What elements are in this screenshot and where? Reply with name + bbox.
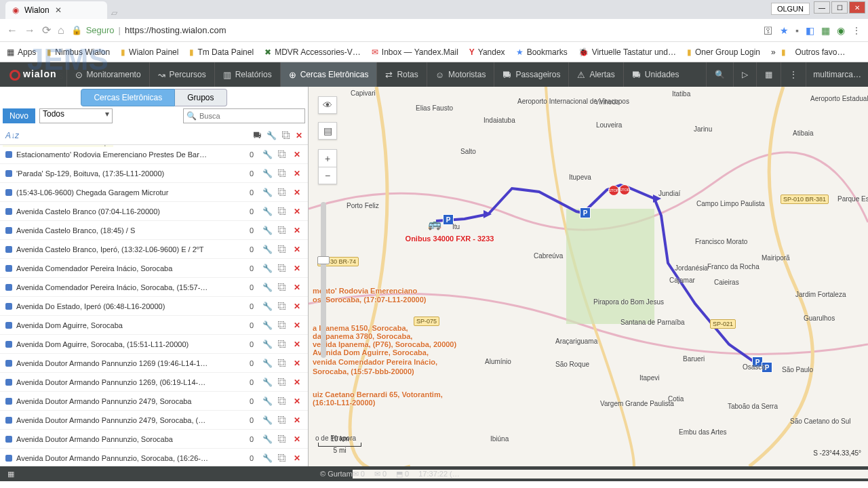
wrench-icon[interactable]: 🔧: [262, 378, 273, 387]
delete-icon[interactable]: ✕: [292, 340, 302, 349]
layers-button[interactable]: ▤: [318, 122, 337, 140]
delete-icon[interactable]: ✕: [292, 169, 302, 178]
delete-icon[interactable]: ✕: [292, 188, 302, 197]
filter-select[interactable]: Todos▾: [39, 108, 113, 123]
delete-icon[interactable]: ✕: [292, 396, 302, 406]
list-item[interactable]: Avenida Doutor Armando Pannunzio, Soroca…: [0, 449, 308, 466]
bookmark-item[interactable]: ▮Oner Group Login: [687, 47, 760, 57]
stat-badge[interactable]: ⬒ 0: [396, 470, 409, 479]
copy-icon[interactable]: ⿻: [277, 264, 288, 273]
nav-user[interactable]: multimarca…: [806, 62, 868, 87]
search-input[interactable]: 🔍: [183, 108, 305, 123]
ext-icon[interactable]: ▪: [795, 25, 799, 36]
wrench-icon[interactable]: 🔧: [262, 169, 273, 178]
close-icon[interactable]: ✕: [55, 5, 62, 15]
vehicle-icon[interactable]: ⛟: [253, 131, 261, 140]
copy-icon[interactable]: ⿻: [277, 396, 288, 406]
bookmark-item[interactable]: ▮Nimbus Wialon: [47, 47, 110, 57]
maximize-button[interactable]: ☐: [831, 1, 848, 14]
ext-icon[interactable]: ◉: [837, 25, 845, 36]
copy-icon[interactable]: ⿻: [277, 321, 288, 330]
wrench-icon[interactable]: 🔧: [262, 150, 273, 159]
zoom-in-button[interactable]: +: [318, 149, 337, 167]
delete-icon[interactable]: ✕: [292, 264, 302, 273]
list-item[interactable]: Avenida Doutor Armando Pannunzio 2479, S…: [0, 392, 308, 411]
bookmark-item[interactable]: ✉Inbox — Yandex.Mail: [372, 47, 458, 57]
list-item[interactable]: Avenida Doutor Armando Pannunzio, Soroca…: [0, 430, 308, 449]
key-icon[interactable]: ⚿: [764, 25, 773, 36]
copy-icon[interactable]: ⿻: [277, 150, 288, 159]
bookmarks-overflow[interactable]: » ▮ Outros favo…: [771, 47, 845, 57]
menu-icon[interactable]: ⋮: [852, 25, 861, 36]
wrench-icon[interactable]: 🔧: [262, 226, 273, 235]
wrench-icon[interactable]: 🔧: [262, 359, 273, 368]
tab-geofences[interactable]: Cercas Eletrônicas: [81, 89, 175, 106]
bookmark-item[interactable]: ✖MDVR Accessories-V…: [264, 47, 361, 57]
wrench-icon[interactable]: 🔧: [262, 264, 273, 273]
copy-icon[interactable]: ⿻: [277, 283, 288, 292]
bookmark-star-icon[interactable]: ★: [780, 25, 789, 36]
nav-tool-icon[interactable]: ▷: [733, 62, 756, 87]
stop-marker[interactable]: STOP: [608, 185, 619, 196]
parking-marker[interactable]: P: [580, 207, 591, 218]
list-item[interactable]: Avenida Dom Aguirre, Sorocaba, (15:51-L1…: [0, 335, 308, 354]
delete-icon[interactable]: ✕: [292, 415, 302, 425]
wrench-icon[interactable]: 🔧: [262, 302, 273, 311]
delete-icon[interactable]: ✕: [292, 302, 302, 311]
copy-icon[interactable]: ⿻: [277, 188, 288, 197]
nav-item[interactable]: ↝Percursos: [149, 62, 214, 87]
delete-icon[interactable]: ✕: [292, 321, 302, 330]
wrench-icon[interactable]: 🔧: [262, 283, 273, 292]
list-item[interactable]: Avenida Comendador Pereira Inácio, Soroc…: [0, 278, 308, 297]
url-field[interactable]: 🔒 Seguro | https://hosting.wialon.com: [71, 25, 757, 35]
copy-icon[interactable]: ⿻: [277, 359, 288, 368]
nav-item[interactable]: ⊕Cercas Eletrônicas: [280, 62, 377, 87]
wrench-icon[interactable]: 🔧: [267, 131, 277, 140]
ext-icon[interactable]: ◧: [806, 25, 814, 36]
delete-icon[interactable]: ✕: [296, 131, 302, 140]
wrench-icon[interactable]: 🔧: [262, 434, 273, 444]
nav-tool-icon[interactable]: 🔍: [706, 62, 733, 87]
wrench-icon[interactable]: 🔧: [262, 207, 273, 216]
delete-icon[interactable]: ✕: [292, 207, 302, 216]
nav-item[interactable]: ⛟Unidades: [623, 62, 688, 87]
bookmark-item[interactable]: ▮Wialon Painel: [121, 47, 178, 57]
list-item[interactable]: (15:43-L06-9600) Chegada Garagem Microtu…: [0, 183, 308, 202]
wrench-icon[interactable]: 🔧: [262, 453, 273, 463]
nav-item[interactable]: ▥Relatórios: [214, 62, 280, 87]
copy-icon[interactable]: ⿻: [282, 131, 290, 140]
wrench-icon[interactable]: 🔧: [262, 396, 273, 406]
nav-item[interactable]: ☺Motoristas: [427, 62, 494, 87]
grid-icon[interactable]: ▦: [0, 470, 22, 479]
nav-item[interactable]: ⊙Monitoramento: [66, 62, 149, 87]
list-item[interactable]: Estacionamento' Rodovia Emerenciano Pres…: [0, 145, 308, 164]
copy-icon[interactable]: ⿻: [277, 302, 288, 311]
list-item[interactable]: Avenida Doutor Armando Pannunzio 1269 (1…: [0, 354, 308, 373]
delete-icon[interactable]: ✕: [292, 150, 302, 159]
nav-tool-icon[interactable]: ▦: [756, 62, 781, 87]
list-item[interactable]: Avenida Dom Aguirre, Sorocaba 0 🔧 ⿻ ✕: [0, 316, 308, 335]
copy-icon[interactable]: ⿻: [277, 169, 288, 178]
nav-item[interactable]: ⛟Passageiros: [494, 62, 568, 87]
zoom-slider[interactable]: [321, 202, 326, 358]
forward-button[interactable]: →: [24, 24, 35, 37]
wrench-icon[interactable]: 🔧: [262, 340, 273, 349]
geofence-list[interactable]: Mostrar cercas eletrônicas no mapa Estac…: [0, 145, 308, 466]
visibility-button[interactable]: 👁: [318, 96, 337, 114]
nav-item[interactable]: ⇄Rotas: [376, 62, 426, 87]
wrench-icon[interactable]: 🔧: [262, 245, 273, 254]
bookmark-item[interactable]: ▮Tm Data Painel: [189, 47, 254, 57]
list-item[interactable]: Avenida Comendador Pereira Inácio, Soroc…: [0, 259, 308, 278]
home-button[interactable]: ⌂: [58, 24, 64, 37]
browser-tab[interactable]: ◉ Wialon ✕: [5, 1, 107, 19]
list-item[interactable]: Avenida Doutor Armando Pannunzio 1269, (…: [0, 373, 308, 392]
zoom-out-button[interactable]: −: [318, 167, 337, 184]
list-item[interactable]: Avenida Doutor Armando Pannunzio 2479, S…: [0, 411, 308, 430]
list-item[interactable]: Avenida Castelo Branco, (18:45) / S 0 🔧 …: [0, 221, 308, 240]
stat-badge[interactable]: ✉ 0: [374, 470, 387, 479]
list-item[interactable]: Avenida Do Estado, Iperó (06:48-L16-2000…: [0, 297, 308, 316]
bus-icon[interactable]: 🚌: [428, 218, 441, 230]
list-item[interactable]: Avenida Castelo Branco, Iperó, (13:32-L0…: [0, 240, 308, 259]
copy-icon[interactable]: ⿻: [277, 434, 288, 444]
search-field[interactable]: [199, 112, 302, 120]
